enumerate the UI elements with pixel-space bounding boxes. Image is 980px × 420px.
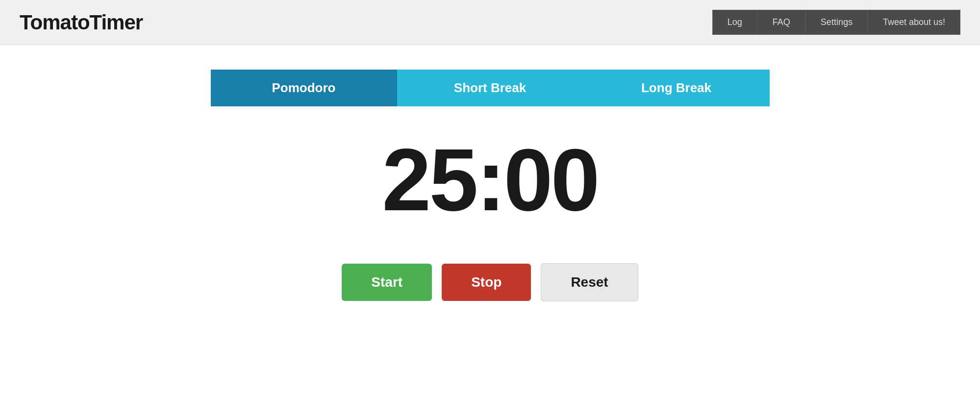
main-content: Pomodoro Short Break Long Break 25:00 St…	[0, 45, 980, 326]
tweet-button[interactable]: Tweet about us!	[868, 10, 960, 35]
settings-button[interactable]: Settings	[805, 10, 868, 35]
tab-long-break[interactable]: Long Break	[583, 70, 770, 106]
tab-short-break[interactable]: Short Break	[397, 70, 583, 106]
reset-button[interactable]: Reset	[541, 263, 638, 301]
app-title: TomatoTimer	[20, 11, 143, 34]
app-header: TomatoTimer Log FAQ Settings Tweet about…	[0, 0, 980, 45]
control-buttons: Start Stop Reset	[342, 263, 638, 301]
stop-button[interactable]: Stop	[442, 264, 531, 301]
log-button[interactable]: Log	[712, 10, 757, 35]
timer-tabs: Pomodoro Short Break Long Break	[211, 70, 770, 106]
tab-pomodoro[interactable]: Pomodoro	[211, 70, 397, 106]
timer-display: 25:00	[382, 136, 598, 224]
nav-bar: Log FAQ Settings Tweet about us!	[712, 10, 960, 35]
start-button[interactable]: Start	[342, 264, 432, 301]
faq-button[interactable]: FAQ	[757, 10, 805, 35]
